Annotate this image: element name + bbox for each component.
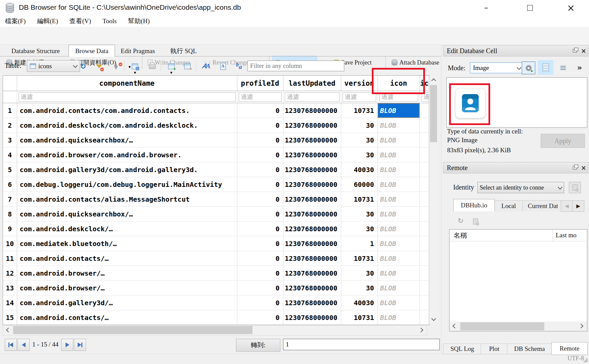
table-row[interactable]: 9 com.android.deskclock/… 0 123076800000… xyxy=(3,221,429,236)
clear-sorting-button[interactable]: ▲▼ xyxy=(110,60,122,72)
cell-version[interactable]: 30 xyxy=(341,221,378,236)
cell-version[interactable]: 30 xyxy=(341,207,378,221)
cell-profileId[interactable]: 0 xyxy=(237,103,283,118)
filter-icon[interactable]: 過濾 xyxy=(378,91,420,103)
filter-version[interactable]: 過濾 xyxy=(341,91,378,103)
cell-lastUpdated[interactable]: 1230768000000 xyxy=(283,266,341,281)
table-row[interactable]: 13 com.android.browser/… 0 1230768000000… xyxy=(3,281,429,295)
column-header-profileId[interactable]: profileId xyxy=(237,76,283,91)
tab-browse-data[interactable]: Browse Data xyxy=(69,45,115,57)
cell-lastUpdated[interactable]: 1230768000000 xyxy=(283,162,341,177)
cell-icon-blob[interactable]: BLOB xyxy=(378,118,420,133)
remote-tab-dbhub[interactable]: DBHub.io xyxy=(453,199,495,211)
cell-icon-blob[interactable]: BLOB xyxy=(378,281,420,295)
bottom-tab-plot[interactable]: Plot xyxy=(481,343,508,354)
text-mode-button[interactable] xyxy=(538,60,553,75)
column-header-lastUpdated[interactable]: lastUpdated xyxy=(283,76,341,91)
bottom-tab-remote[interactable]: Remote xyxy=(551,342,588,355)
cell-icon-blob[interactable]: BLOB xyxy=(378,133,420,148)
cell-componentName[interactable]: com.android.quicksearchbox/… xyxy=(17,207,237,221)
cell-lastUpdated[interactable]: 1230768000000 xyxy=(283,177,341,192)
column-header-componentName[interactable]: componentName xyxy=(17,76,237,91)
cell-componentName[interactable]: com.debug.loggerui/com.debug.loggerui.Ma… xyxy=(17,177,237,192)
cell-componentName[interactable]: com.android.contacts/… xyxy=(17,251,237,266)
scroll-thumb[interactable] xyxy=(460,322,544,330)
font-button[interactable]: 𝐴A xyxy=(200,60,212,72)
horizontal-scroll-thumb[interactable] xyxy=(13,326,252,334)
table-select[interactable]: icons xyxy=(27,60,80,72)
cell-lastUpdated[interactable]: 1230768000000 xyxy=(283,103,341,118)
cell-icon-blob[interactable]: BLOB xyxy=(378,177,420,192)
cell-version[interactable]: 30 xyxy=(341,281,378,295)
remote-tab-local[interactable]: Local xyxy=(494,200,523,211)
goto-record-input[interactable] xyxy=(283,339,440,350)
minimize-button[interactable]: – xyxy=(475,0,497,15)
float-dock-button[interactable] xyxy=(571,164,579,172)
insert-record-button[interactable] xyxy=(165,60,178,72)
next-page-button[interactable] xyxy=(61,339,73,351)
menu-edit[interactable]: 編輯(E) xyxy=(32,15,63,27)
cell-profileId[interactable]: 0 xyxy=(237,177,283,192)
identity-select[interactable]: Select an identity to conne xyxy=(477,182,564,193)
float-dock-button[interactable] xyxy=(571,47,579,55)
maximize-button[interactable] xyxy=(519,0,541,15)
cell-componentName[interactable]: com.android.deskclock/… xyxy=(17,221,237,236)
cell-version[interactable]: 10731 xyxy=(341,192,378,207)
cell-lastUpdated[interactable]: 1230768000000 xyxy=(283,207,341,221)
first-page-button[interactable] xyxy=(5,339,17,351)
cell-componentName[interactable]: com.android.contacts/com.android.contact… xyxy=(17,103,237,118)
cell-version[interactable]: 40030 xyxy=(341,295,378,310)
filter-componentName[interactable]: 過濾 xyxy=(17,91,237,103)
column-header-icon[interactable]: icon xyxy=(378,76,420,91)
cell-componentName[interactable]: com.android.browser/… xyxy=(17,281,237,295)
cell-lastUpdated[interactable]: 1230768000000 xyxy=(283,192,341,207)
table-row[interactable]: 14 com.android.gallery3d/… 0 12307680000… xyxy=(3,295,429,310)
attach-database-button[interactable]: Attach Database xyxy=(389,56,441,69)
previous-page-button[interactable] xyxy=(17,339,30,351)
cell-icon-blob[interactable]: BLOB xyxy=(378,192,420,207)
cell-icon-blob[interactable]: BLOB xyxy=(378,236,420,251)
cell-version[interactable]: 1 xyxy=(341,236,378,251)
table-row[interactable]: 7 com.android.contacts/alias.MessageShor… xyxy=(3,192,429,207)
scroll-left-button[interactable] xyxy=(449,322,459,330)
cell-icon-blob[interactable]: BLOB xyxy=(378,103,420,118)
filter-input-profileId[interactable]: 過濾 xyxy=(239,92,282,102)
filter-any-column-input[interactable] xyxy=(247,60,344,71)
more-tools-button[interactable]: » xyxy=(573,62,586,73)
cell-lastUpdated[interactable]: 1230768000000 xyxy=(283,295,341,310)
table-row[interactable]: 8 com.android.quicksearchbox/… 0 1230768… xyxy=(3,207,429,221)
table-row[interactable]: 11 com.android.contacts/… 0 123076800000… xyxy=(3,251,429,266)
scroll-left-button[interactable] xyxy=(3,326,12,334)
column-header-version[interactable]: version xyxy=(341,76,378,91)
cell-profileId[interactable]: 0 xyxy=(237,162,283,177)
word-wrap-button[interactable] xyxy=(557,63,570,73)
bottom-tab-sql-log[interactable]: SQL Log xyxy=(443,343,481,354)
insert-record-dropdown-arrow-icon[interactable]: ▼ xyxy=(169,71,173,75)
table-row[interactable]: 6 com.debug.loggerui/com.debug.loggerui.… xyxy=(3,177,429,192)
scroll-right-button[interactable] xyxy=(417,326,426,334)
menu-file[interactable]: 檔案(F) xyxy=(0,15,31,27)
close-dock-button[interactable]: × xyxy=(579,47,588,55)
cell-profileId[interactable]: 0 xyxy=(237,148,283,162)
refresh-button[interactable]: ↻ xyxy=(77,60,89,72)
vertical-scrollbar[interactable] xyxy=(429,76,438,324)
save-table-dropdown-arrow-icon[interactable]: ▼ xyxy=(133,71,137,75)
filter-input-partial[interactable]: 過濾 xyxy=(421,92,429,102)
font-size-button[interactable]: ba xyxy=(233,60,245,72)
cell-icon-blob[interactable]: BLOB xyxy=(378,148,420,162)
table-row[interactable]: 2 com.android.deskclock/com.android.desk… xyxy=(3,118,429,133)
cell-icon-blob[interactable]: BLOB xyxy=(378,266,420,281)
last-modified-column-header[interactable]: Last mo xyxy=(556,230,587,241)
scroll-down-button[interactable] xyxy=(429,315,438,324)
cell-componentName[interactable]: com.android.browser/… xyxy=(17,266,237,281)
cell-version[interactable]: 10731 xyxy=(341,103,378,118)
filter-input-icon[interactable]: 過濾 xyxy=(379,92,418,102)
cell-version[interactable]: 10731 xyxy=(341,251,378,266)
table-row[interactable]: 1 com.android.contacts/com.android.conta… xyxy=(3,103,429,118)
remote-tab-current-database[interactable]: Current Dat xyxy=(522,200,562,211)
cell-profileId[interactable]: 0 xyxy=(237,118,283,133)
cell-version[interactable]: 30 xyxy=(341,148,378,162)
menu-view[interactable]: 查看(V) xyxy=(65,15,96,27)
resize-grip[interactable] xyxy=(584,358,588,362)
tab-execute-sql[interactable]: 執行 SQL xyxy=(161,46,206,56)
